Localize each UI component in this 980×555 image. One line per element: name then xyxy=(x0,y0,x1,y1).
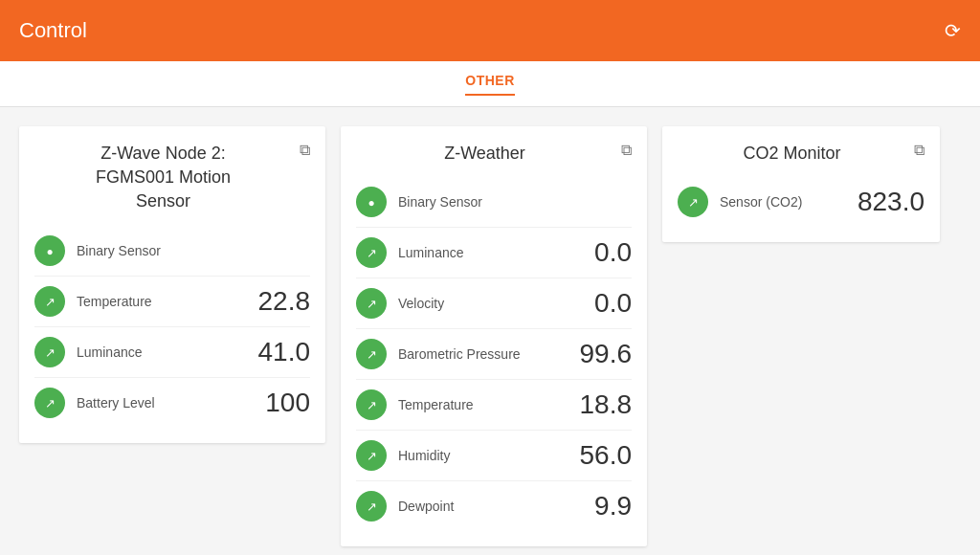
trend-arrow-icon xyxy=(45,344,56,360)
card-header-co2-monitor: CO2 Monitor⧉ xyxy=(678,142,924,166)
sensor-row: Binary Sensor xyxy=(34,226,310,277)
sensor-value: 41.0 xyxy=(258,337,311,367)
sensor-row: Luminance0.0 xyxy=(356,228,632,278)
card-link-icon-z-weather[interactable]: ⧉ xyxy=(621,142,632,159)
trend-icon xyxy=(678,187,708,217)
circle-icon xyxy=(356,187,387,217)
sensor-row: Humidity56.0 xyxy=(356,431,632,481)
refresh-button[interactable]: ⟳ xyxy=(945,19,961,42)
sensor-label: Luminance xyxy=(77,344,251,360)
sensor-label: Luminance xyxy=(398,245,587,260)
sensor-label: Binary Sensor xyxy=(398,194,632,210)
trend-arrow-icon xyxy=(367,346,377,362)
trend-icon xyxy=(34,388,65,418)
trend-icon xyxy=(34,286,65,317)
sensor-row: Temperature22.8 xyxy=(34,277,310,327)
section-tab: OTHER xyxy=(0,61,980,107)
trend-arrow-icon xyxy=(367,397,377,412)
sensor-value: 99.6 xyxy=(580,339,633,369)
sensor-row: Binary Sensor xyxy=(356,177,632,228)
card-link-icon-zwave-node2[interactable]: ⧉ xyxy=(300,142,310,159)
sensor-label: Temperature xyxy=(398,397,572,412)
trend-icon xyxy=(356,491,387,522)
section-tab-label[interactable]: OTHER xyxy=(465,73,515,96)
dot-icon xyxy=(368,194,374,210)
card-header-z-weather: Z-Weather⧉ xyxy=(356,142,632,166)
trend-icon xyxy=(356,339,387,369)
sensor-label: Battery Level xyxy=(77,395,257,411)
trend-icon xyxy=(356,389,387,420)
card-zwave-node2: Z-Wave Node 2: FGMS001 Motion Sensor⧉Bin… xyxy=(19,126,325,443)
sensor-value: 22.8 xyxy=(258,286,311,317)
card-title-zwave-node2: Z-Wave Node 2: FGMS001 Motion Sensor xyxy=(34,142,292,214)
sensor-row: Barometric Pressure99.6 xyxy=(356,329,632,380)
trend-icon xyxy=(34,337,65,367)
card-header-zwave-node2: Z-Wave Node 2: FGMS001 Motion Sensor⧉ xyxy=(34,142,310,214)
sensor-label: Binary Sensor xyxy=(77,243,310,258)
trend-arrow-icon xyxy=(367,245,377,260)
trend-icon xyxy=(356,288,387,319)
sensor-row: Battery Level100 xyxy=(34,378,310,428)
trend-arrow-icon xyxy=(367,296,377,311)
trend-arrow-icon xyxy=(45,395,56,411)
sensor-row: Velocity0.0 xyxy=(356,278,632,329)
sensor-label: Dewpoint xyxy=(398,499,587,514)
trend-arrow-icon xyxy=(367,499,377,514)
sensor-label: Velocity xyxy=(398,296,587,311)
sensor-label: Sensor (CO2) xyxy=(720,194,850,210)
card-z-weather: Z-Weather⧉Binary SensorLuminance0.0Veloc… xyxy=(341,126,647,546)
header: Control ⟳ xyxy=(0,0,980,61)
sensor-row: Temperature18.8 xyxy=(356,380,632,431)
sensor-value: 18.8 xyxy=(580,389,633,420)
sensor-label: Temperature xyxy=(77,294,251,309)
sensor-value: 100 xyxy=(265,388,310,418)
trend-arrow-icon xyxy=(45,294,56,309)
sensor-value: 0.0 xyxy=(594,237,632,268)
card-title-co2-monitor: CO2 Monitor xyxy=(678,142,906,166)
sensor-value: 56.0 xyxy=(580,440,633,471)
sensor-label: Barometric Pressure xyxy=(398,346,572,362)
dot-icon xyxy=(46,243,53,258)
trend-icon xyxy=(356,440,387,471)
sensor-value: 9.9 xyxy=(594,491,632,522)
sensor-value: 823.0 xyxy=(858,187,924,217)
sensor-row: Sensor (CO2)823.0 xyxy=(678,177,924,227)
card-link-icon-co2-monitor[interactable]: ⧉ xyxy=(914,142,924,159)
trend-icon xyxy=(356,237,387,268)
sensor-value: 0.0 xyxy=(594,288,632,319)
trend-arrow-icon xyxy=(688,194,699,210)
sensor-row: Luminance41.0 xyxy=(34,327,310,378)
circle-icon xyxy=(34,235,65,266)
trend-arrow-icon xyxy=(367,448,377,463)
card-title-z-weather: Z-Weather xyxy=(356,142,613,166)
sensor-row: Dewpoint9.9 xyxy=(356,481,632,531)
header-title: Control xyxy=(19,18,87,43)
sensor-label: Humidity xyxy=(398,448,572,463)
content-area: Z-Wave Node 2: FGMS001 Motion Sensor⧉Bin… xyxy=(0,107,980,555)
card-co2-monitor: CO2 Monitor⧉Sensor (CO2)823.0 xyxy=(662,126,940,242)
